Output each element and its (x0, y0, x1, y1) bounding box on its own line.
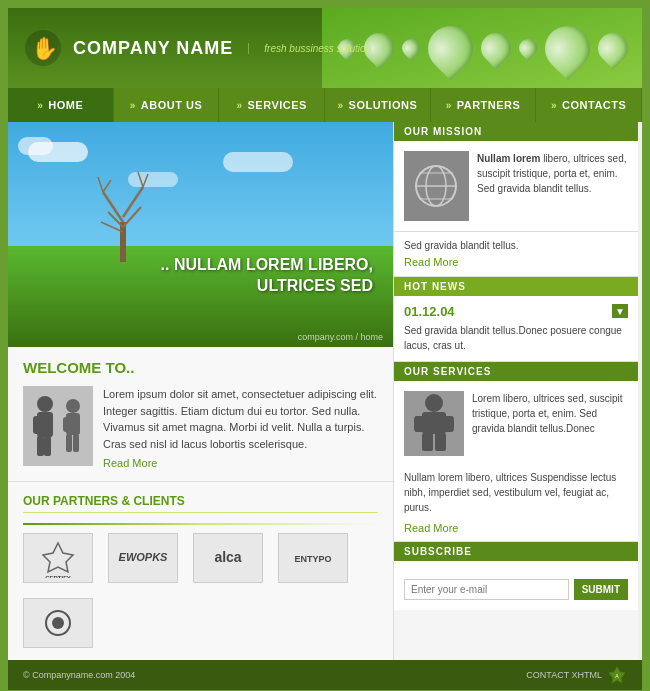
hero-banner: .. NULLAM LOREM LIBERO, ULTRICES SED com… (8, 122, 393, 347)
footer-copyright: © Companyname.com 2004 (23, 670, 135, 680)
footer-links: CONTACT XHTML (526, 670, 602, 680)
header: ✋ COMPANY NAME fresh bussiness solution (8, 8, 642, 88)
mission-text: Nullam lorem libero, ultrices sed, susci… (477, 151, 628, 221)
subscribe-header: SUBSCRIBE (394, 542, 638, 561)
welcome-text-block: Lorem ipsum dolor sit amet, consectetuer… (103, 386, 378, 469)
nav-arrow: » (446, 100, 452, 111)
svg-rect-2 (120, 222, 126, 262)
water-drop (475, 27, 517, 69)
svg-text:ENTYPO: ENTYPO (294, 554, 331, 564)
svg-text:✋: ✋ (31, 35, 59, 62)
svg-line-6 (123, 207, 141, 227)
svg-point-13 (37, 396, 53, 412)
services-inner: Lorem libero, ultrices sed, suscipit tri… (404, 391, 628, 456)
scroll-down-button[interactable]: ▼ (612, 304, 628, 318)
welcome-section: WELCOME TO.. (8, 347, 393, 482)
svg-point-19 (66, 399, 80, 413)
services-text: Lorem libero, ultrices sed, suscipit tri… (472, 391, 628, 456)
services-header: OUR SERVICES (394, 362, 638, 381)
nav-item-partners[interactable]: » PARTNERS (431, 88, 537, 122)
svg-rect-47 (442, 416, 454, 432)
footer-right: CONTACT XHTML A (526, 665, 627, 685)
right-column: OUR MISSION (393, 122, 638, 660)
welcome-content: Lorem ipsum dolor sit amet, consectetuer… (23, 386, 378, 469)
cloud (223, 152, 293, 172)
water-drop (419, 16, 483, 80)
subscribe-email-input[interactable] (404, 579, 569, 600)
partner-logo-alca: alca (193, 533, 263, 583)
nav-item-contacts[interactable]: » CONTACTS (536, 88, 642, 122)
inner-wrapper: ✋ COMPANY NAME fresh bussiness solution … (8, 8, 642, 690)
hero-url: company.com / home (298, 332, 383, 342)
cloud (18, 137, 53, 155)
partner-logo-entypo: ENTYPO (278, 533, 348, 583)
logo-icon: ✋ (23, 28, 63, 68)
services-read-more[interactable]: Read More (404, 520, 628, 537)
main-content: .. NULLAM LOREM LIBERO, ULTRICES SED com… (8, 122, 642, 660)
hot-news-content: ▲ ▼ 01.12.04 Sed gravida blandit tellus.… (394, 296, 638, 361)
subscribe-form: SUBMIT (404, 579, 628, 600)
mission-read-more[interactable]: Read More (404, 256, 628, 268)
nav-item-services[interactable]: » SERVICES (219, 88, 325, 122)
partners-section: OUR PARTNERS & CLIENTS CERTIFY (8, 482, 393, 660)
nav-item-about[interactable]: » ABOUT US (114, 88, 220, 122)
svg-line-10 (138, 172, 143, 187)
left-column: .. NULLAM LOREM LIBERO, ULTRICES SED com… (8, 122, 393, 660)
svg-rect-48 (422, 433, 433, 451)
partner-logo-5 (23, 598, 93, 648)
subscribe-submit-button[interactable]: SUBMIT (574, 579, 628, 600)
svg-point-44 (425, 394, 443, 412)
svg-rect-21 (63, 417, 70, 432)
partner-logo-certify: CERTIFY (23, 533, 93, 583)
company-name: COMPANY NAME (73, 38, 233, 59)
mission-content: Nullam lorem libero, ultrices sed, susci… (404, 151, 628, 221)
mission-bottom: Sed gravida blandit tellus. Read More (394, 232, 638, 277)
partners-title: OUR PARTNERS & CLIENTS (23, 494, 378, 513)
welcome-read-more[interactable]: Read More (103, 457, 378, 469)
water-drop (398, 35, 423, 60)
svg-rect-49 (435, 433, 446, 451)
outer-wrapper: ✋ COMPANY NAME fresh bussiness solution … (0, 0, 650, 691)
svg-text:CERTIFY: CERTIFY (45, 575, 71, 578)
welcome-title: WELCOME TO.. (23, 359, 378, 376)
svg-rect-22 (73, 417, 80, 432)
water-drop (515, 35, 540, 60)
mission-header: OUR MISSION (394, 122, 638, 141)
services-content: Lorem libero, ultrices sed, suscipit tri… (394, 381, 638, 466)
nav-arrow: » (551, 100, 557, 111)
svg-line-9 (103, 180, 111, 192)
welcome-image (23, 386, 93, 466)
nav-item-solutions[interactable]: » SOLUTIONS (325, 88, 431, 122)
svg-rect-24 (73, 434, 79, 452)
water-drop (536, 16, 600, 80)
svg-rect-15 (33, 416, 41, 434)
services-bottom-text: Nullam lorem libero, ultrices Suspendiss… (394, 466, 638, 541)
company-tagline: fresh bussiness solution (248, 43, 371, 54)
mission-image (404, 151, 469, 221)
svg-line-8 (98, 177, 103, 192)
nav-arrow: » (236, 100, 242, 111)
svg-text:EWOPKS: EWOPKS (118, 551, 168, 563)
partner-logo-ewopks: EWOPKS (108, 533, 178, 583)
news-date: 01.12.04 (404, 304, 628, 319)
subscribe-section: SUBMIT (394, 561, 638, 610)
svg-rect-18 (44, 436, 51, 456)
partners-logos: CERTIFY EWOPKS alca (23, 533, 378, 648)
svg-rect-46 (414, 416, 426, 432)
footer-logo-icon: A (607, 665, 627, 685)
svg-line-11 (143, 174, 148, 187)
mission-section: Nullam lorem libero, ultrices sed, susci… (394, 141, 638, 232)
water-drop (592, 27, 634, 69)
svg-point-36 (52, 617, 64, 629)
welcome-person-svg (23, 386, 93, 466)
nav-item-home[interactable]: » HOME (8, 88, 114, 122)
hero-tree (93, 162, 153, 262)
welcome-body: Lorem ipsum dolor sit amet, consectetuer… (103, 386, 378, 452)
footer: © Companyname.com 2004 CONTACT XHTML A (8, 660, 642, 690)
hero-sky (8, 122, 393, 246)
svg-rect-23 (66, 434, 72, 452)
nav-arrow: » (37, 100, 43, 111)
news-text: Sed gravida blandit tellus.Donec posuere… (404, 323, 628, 353)
svg-line-4 (123, 187, 143, 217)
nav-arrow: » (130, 100, 136, 111)
